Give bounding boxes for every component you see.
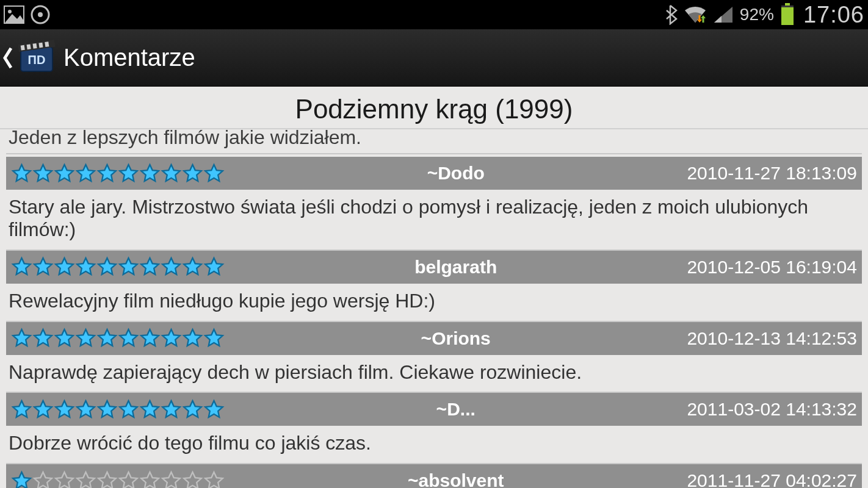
comment-date: 2010-11-27 18:13:09 (687, 163, 857, 184)
comment-text: Dobrze wrócić do tego filmu co jakiś cza… (6, 426, 862, 464)
star-icon (54, 399, 75, 420)
star-icon (11, 470, 32, 488)
star-icon (11, 399, 32, 420)
star-icon (75, 163, 96, 184)
picture-icon (4, 5, 24, 24)
star-icon (32, 163, 54, 184)
svg-rect-4 (785, 3, 790, 5)
star-icon (32, 328, 54, 349)
star-icon (203, 470, 225, 488)
star-icon (96, 256, 118, 278)
svg-rect-10 (27, 44, 31, 49)
star-icon (54, 163, 75, 184)
rating-stars (11, 256, 225, 278)
comment-header[interactable]: ~Dodo2010-11-27 18:13:09 (6, 157, 862, 190)
star-icon (139, 328, 161, 349)
comment-text: Jeden z lepszych filmów jakie widziałem. (6, 127, 862, 154)
comment-author: belgarath (225, 257, 687, 278)
star-icon (139, 163, 161, 184)
comment-author: ~absolvent (225, 470, 687, 488)
comment-date: 2011-11-27 04:02:27 (687, 470, 857, 488)
wifi-icon (684, 5, 707, 24)
star-icon (203, 256, 225, 278)
star-icon (139, 399, 161, 420)
svg-point-3 (38, 12, 43, 17)
page-title: Komentarze (63, 44, 195, 71)
star-icon (139, 256, 161, 278)
comment-header[interactable]: ~D...2011-03-02 14:13:32 (6, 393, 862, 426)
svg-rect-6 (781, 7, 794, 25)
svg-text:ПD: ПD (28, 53, 46, 66)
star-icon (96, 163, 118, 184)
star-icon (96, 399, 118, 420)
star-icon (32, 256, 54, 278)
comment-author: ~D... (225, 399, 687, 420)
star-icon (118, 328, 139, 349)
svg-rect-9 (21, 45, 25, 50)
signal-icon (713, 5, 734, 24)
star-icon (75, 328, 96, 349)
rating-stars (11, 399, 225, 420)
star-icon (75, 256, 96, 278)
status-bar: 92% 17:06 (0, 0, 868, 29)
bluetooth-icon (664, 4, 678, 25)
movie-title: Podziemny krąg (1999) (0, 87, 868, 129)
battery-percent: 92% (740, 5, 774, 24)
star-icon (182, 163, 203, 184)
svg-rect-13 (45, 41, 49, 47)
rating-stars (11, 163, 225, 184)
comment-author: ~Orions (225, 328, 687, 349)
star-icon (161, 328, 182, 349)
comments-list: Jeden z lepszych filmów jakie widziałem.… (0, 129, 868, 488)
comment-text: Rewelacyjny film niedługo kupie jego wer… (6, 284, 862, 322)
star-icon (96, 470, 118, 488)
star-icon (75, 470, 96, 488)
content[interactable]: Podziemny krąg (1999) Jeden z lepszych f… (0, 87, 868, 488)
comment-author: ~Dodo (225, 163, 687, 184)
comment-header[interactable]: ~absolvent2011-11-27 04:02:27 (6, 464, 862, 488)
svg-point-1 (8, 10, 12, 13)
star-icon (75, 399, 96, 420)
chevron-left-icon (2, 46, 13, 70)
comment-text: Stary ale jary. Mistrzostwo świata jeśli… (6, 190, 862, 251)
comment-date: 2011-03-02 14:13:32 (687, 399, 857, 420)
star-icon (182, 256, 203, 278)
star-icon (161, 163, 182, 184)
star-icon (54, 470, 75, 488)
star-icon (182, 399, 203, 420)
star-icon (32, 470, 54, 488)
star-icon (11, 328, 32, 349)
comment-text: Naprawdę zapierający dech w piersiach fi… (6, 355, 862, 393)
back-button[interactable]: ПD (2, 38, 56, 77)
star-icon (54, 328, 75, 349)
action-bar: ПD Komentarze (0, 29, 868, 87)
star-icon (161, 256, 182, 278)
star-icon (203, 399, 225, 420)
star-icon (32, 399, 54, 420)
star-icon (11, 256, 32, 278)
comment-header[interactable]: belgarath2010-12-05 16:19:04 (6, 251, 862, 284)
clock: 17:06 (803, 2, 864, 28)
star-icon (203, 328, 225, 349)
star-icon (203, 163, 225, 184)
star-icon (11, 163, 32, 184)
disc-icon (31, 5, 50, 24)
star-icon (161, 399, 182, 420)
comment-date: 2010-12-05 16:19:04 (687, 257, 857, 278)
app-icon: ПD (17, 38, 56, 77)
star-icon (182, 470, 203, 488)
star-icon (118, 163, 139, 184)
svg-rect-11 (33, 43, 37, 49)
star-icon (182, 328, 203, 349)
svg-rect-12 (38, 42, 43, 48)
rating-stars (11, 328, 225, 349)
star-icon (118, 256, 139, 278)
battery-icon (780, 3, 795, 26)
star-icon (54, 256, 75, 278)
star-icon (139, 470, 161, 488)
comment-header[interactable]: ~Orions2010-12-13 14:12:53 (6, 322, 862, 355)
comment-date: 2010-12-13 14:12:53 (687, 328, 857, 349)
rating-stars (11, 470, 225, 488)
star-icon (118, 399, 139, 420)
star-icon (161, 470, 182, 488)
